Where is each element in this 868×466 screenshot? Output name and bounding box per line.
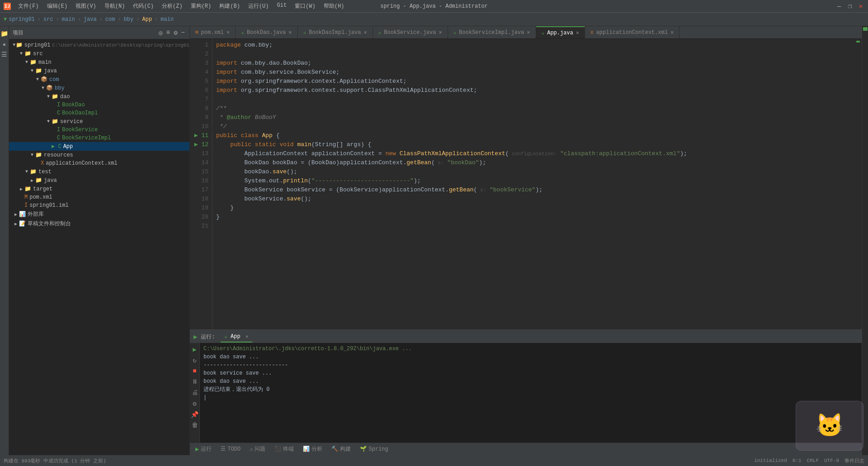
rerun-btn[interactable]: ↻ xyxy=(190,356,199,365)
suspend-btn[interactable]: ⏸ xyxy=(190,377,199,386)
console-settings-btn[interactable]: ⚙ xyxy=(190,399,199,408)
tree-item-pom[interactable]: M pom.xml xyxy=(9,193,189,201)
tab-bookserviceimpl[interactable]: ☕ BookServiceImpl.java ✕ xyxy=(448,26,536,38)
tab-close-bookserviceimpl[interactable]: ✕ xyxy=(527,29,530,36)
console-tab-close[interactable]: ✕ xyxy=(245,334,249,339)
tree-label-bookservice: BookService xyxy=(62,127,98,133)
breadcrumb-spring01[interactable]: spring01 xyxy=(9,16,35,23)
build-btn[interactable]: 🔨 构建 xyxy=(330,444,353,454)
tree-label-service: service xyxy=(60,119,83,125)
menu-help[interactable]: 帮助(H) xyxy=(320,1,348,11)
tab-close-bookdaoimpl[interactable]: ✕ xyxy=(363,29,367,36)
close-button[interactable]: ✕ xyxy=(857,3,864,10)
collapse-icon[interactable]: ≡ xyxy=(165,28,171,38)
tree-item-dao[interactable]: ▼ 📁 dao xyxy=(9,92,189,101)
menu-file[interactable]: 文件(F) xyxy=(14,1,42,11)
tree-item-spring01[interactable]: ▼ 📁 spring01 C:\Users\Administrator\Desk… xyxy=(9,41,189,49)
code-editor[interactable]: 1 2 3 4 5 6 7 8 9 10 ▶ 11 ▶ 12 13 14 15 … xyxy=(190,39,862,329)
spring-btn[interactable]: 🌱 Spring xyxy=(358,445,390,453)
breadcrumb-src[interactable]: src xyxy=(43,16,53,23)
console-line-8: 进程已结束，退出代码为 0 xyxy=(203,385,858,394)
statusbar-branch: initialized xyxy=(754,458,787,463)
breadcrumb-main-method[interactable]: main xyxy=(160,16,174,23)
code-content[interactable]: package com.bby; import com.bby.dao.Book… xyxy=(212,39,855,329)
run-toolbar-btn[interactable]: ▶ 运行 xyxy=(193,444,213,454)
tree-item-test[interactable]: ▼ 📁 test xyxy=(9,167,189,176)
tab-app-java[interactable]: ☕ App.java ✕ xyxy=(536,26,585,38)
tab-bookservice[interactable]: ☕ BookService.java ✕ xyxy=(373,26,448,38)
menu-edit[interactable]: 编辑(E) xyxy=(43,1,71,11)
play-btn[interactable]: ▶ xyxy=(190,345,199,354)
target-folder-icon: 📁 xyxy=(24,185,31,192)
todo-label: TODO xyxy=(227,446,241,452)
tree-item-bookdao[interactable]: I BookDao xyxy=(9,101,189,109)
minimize-button[interactable]: — xyxy=(835,3,843,10)
tree-item-main[interactable]: ▼ 📁 main xyxy=(9,58,189,67)
menu-refactor[interactable]: 重构(R) xyxy=(187,1,215,11)
tree-item-src[interactable]: ▼ 📁 src xyxy=(9,49,189,58)
project-icon[interactable]: 📁 xyxy=(0,30,8,38)
tree-item-bookdaoimpl[interactable]: C BookDaoImpl xyxy=(9,109,189,117)
tree-item-app[interactable]: ▶ C App xyxy=(9,142,189,151)
tab-close-app[interactable]: ✕ xyxy=(576,29,579,36)
menu-view[interactable]: 视图(V) xyxy=(72,1,100,11)
problems-btn[interactable]: ⚠ 问题 xyxy=(248,444,267,454)
console-line-6: book dao save ... xyxy=(203,377,858,385)
bookmark-icon[interactable]: ★ xyxy=(2,40,6,48)
tab-close-bookdao[interactable]: ✕ xyxy=(288,29,292,36)
analysis-btn[interactable]: 📊 分析 xyxy=(301,444,324,454)
trash-btn[interactable]: 🗑 xyxy=(190,421,199,430)
statusbar-right: initialized 8:1 CRLF UTF-8 事件日志 xyxy=(754,457,864,464)
tab-bookdaoimpl[interactable]: ☕ BookDaoImpl.java ✕ xyxy=(298,26,373,38)
breadcrumb-java[interactable]: java xyxy=(84,16,97,23)
tree-item-bookservice[interactable]: I BookService xyxy=(9,126,189,134)
tree-item-scratch[interactable]: ▶ 📝 草稿文件和控制台 xyxy=(9,219,189,228)
terminal-btn[interactable]: ⬛ 终端 xyxy=(273,444,296,454)
tab-close-bookservice[interactable]: ✕ xyxy=(439,29,442,36)
structure-icon[interactable]: ☰ xyxy=(1,51,7,58)
tree-label-bby: bby xyxy=(55,85,65,91)
hide-icon[interactable]: − xyxy=(180,28,186,38)
code-line-20: } xyxy=(216,213,852,222)
tree-item-service[interactable]: ▼ 📁 service xyxy=(9,117,189,126)
menu-git[interactable]: Git xyxy=(273,1,290,11)
tree-item-external-libs[interactable]: ▶ 📊 外部库 xyxy=(9,209,189,219)
far-left-toolbar: 📁 ★ ☰ xyxy=(0,26,9,455)
console-tab-app[interactable]: ☕ App ✕ xyxy=(221,331,252,342)
tree-label-iml: spring01.iml xyxy=(29,202,68,209)
breadcrumb-com[interactable]: com xyxy=(105,16,115,23)
tree-item-appcontext-xml[interactable]: X applicationContext.xml xyxy=(9,159,189,167)
statusbar: 构建在 803毫秒 中成功完成 (1 分钟 之前) initialized 8:… xyxy=(0,455,868,466)
tree-item-bookserviceimpl[interactable]: C BookServiceImpl xyxy=(9,134,189,142)
menu-code[interactable]: 代码(C) xyxy=(129,1,157,11)
breadcrumb-app[interactable]: App xyxy=(142,16,152,23)
pin-btn[interactable]: 📌 xyxy=(190,410,199,419)
tab-close-pom[interactable]: ✕ xyxy=(226,29,230,36)
tree-item-java[interactable]: ▼ 📁 java xyxy=(9,67,189,75)
app-class-icon: ▶ C xyxy=(52,143,61,150)
tab-pom-xml[interactable]: M pom.xml ✕ xyxy=(190,26,236,38)
print-btn[interactable]: 🖨 xyxy=(190,388,199,397)
tab-appcontext-xml[interactable]: X applicationContext.xml ✕ xyxy=(585,26,679,38)
tree-item-resources[interactable]: ▼ 📁 resources xyxy=(9,151,189,159)
menu-window[interactable]: 窗口(W) xyxy=(291,1,319,11)
tab-close-appcontext[interactable]: ✕ xyxy=(670,29,674,36)
menu-navigate[interactable]: 导航(N) xyxy=(101,1,129,11)
menu-analyze[interactable]: 分析(Z) xyxy=(158,1,186,11)
stop-btn[interactable]: ■ xyxy=(190,366,199,376)
code-line-17: BookService bookService = (BookService)a… xyxy=(216,185,852,195)
tab-bookdao[interactable]: ☕ BookDao.java ✕ xyxy=(236,26,297,38)
tree-item-test-java[interactable]: ▶ 📁 java xyxy=(9,176,189,185)
todo-btn[interactable]: ☰ TODO xyxy=(219,445,242,453)
tree-item-target[interactable]: ▶ 📁 target xyxy=(9,185,189,193)
breadcrumb-bby[interactable]: bby xyxy=(124,16,134,23)
tree-item-iml[interactable]: I spring01.iml xyxy=(9,201,189,209)
breadcrumb-main[interactable]: main xyxy=(62,16,75,23)
tree-item-bby[interactable]: ▼ 📦 bby xyxy=(9,84,189,92)
settings-icon[interactable]: ⚙ xyxy=(173,28,178,38)
locate-icon[interactable]: ◎ xyxy=(158,28,163,38)
tree-item-com[interactable]: ▼ 📦 com xyxy=(9,75,189,84)
menu-build[interactable]: 构建(B) xyxy=(216,1,244,11)
maximize-button[interactable]: ❐ xyxy=(846,3,854,10)
menu-run[interactable]: 运行(U) xyxy=(245,1,273,11)
